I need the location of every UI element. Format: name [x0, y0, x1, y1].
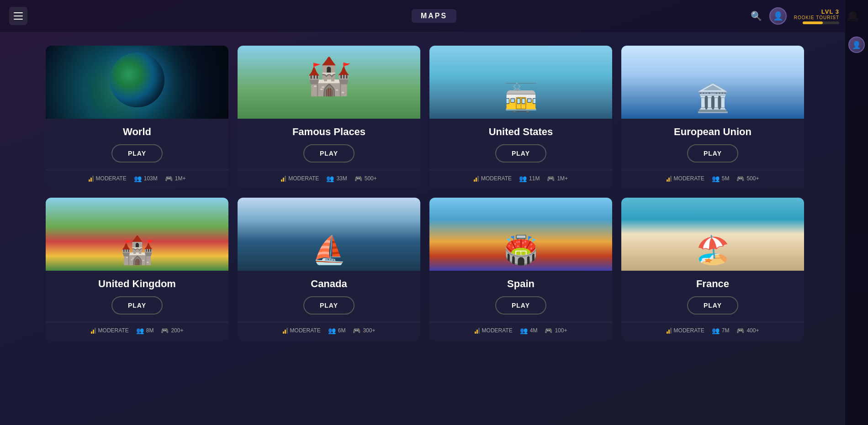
xp-bar-container	[803, 21, 839, 24]
players-count-canada: 6M	[338, 327, 346, 334]
map-card-title-famous-places: Famous Places	[245, 126, 413, 138]
header: MAPS 🔍 👤 LVL 3 ROOKIE TOURIST 🔔	[0, 0, 868, 32]
players-icon-world: 👥	[134, 175, 142, 182]
players-icon-france: 👥	[712, 327, 720, 334]
players-stat-france: 👥 7M	[712, 327, 730, 334]
play-button-world[interactable]: PLAY	[111, 144, 163, 163]
games-icon-united-kingdom: 🎮	[161, 327, 169, 334]
difficulty-stat-european-union: MODERATE	[667, 175, 704, 182]
map-card-title-world: World	[53, 126, 221, 138]
games-stat-european-union: 🎮 500+	[736, 175, 759, 182]
map-card-title-spain: Spain	[437, 278, 605, 290]
play-button-united-states[interactable]: PLAY	[495, 144, 546, 163]
map-image-famous-places	[238, 46, 420, 119]
games-icon-famous-places: 🎮	[355, 175, 362, 182]
players-stat-united-states: 👥 11M	[519, 175, 540, 182]
difficulty-label-united-states: MODERATE	[481, 175, 512, 182]
players-stat-united-kingdom: 👥 8M	[136, 327, 154, 334]
difficulty-stat-famous-places: MODERATE	[281, 175, 319, 182]
games-stat-famous-places: 🎮 500+	[355, 175, 377, 182]
difficulty-stat-france: MODERATE	[667, 327, 704, 334]
difficulty-label-united-kingdom: MODERATE	[98, 327, 129, 334]
players-stat-spain: 👥 4M	[520, 327, 538, 334]
games-stat-france: 🎮 400+	[736, 327, 759, 334]
map-image-united-states	[429, 46, 612, 119]
players-count-european-union: 5M	[722, 175, 730, 182]
map-card-footer-famous-places: MODERATE 👥 33M 🎮 500+	[238, 170, 420, 189]
games-icon-world: 🎮	[165, 175, 173, 182]
games-count-united-states: 1M+	[557, 175, 568, 182]
difficulty-stat-united-kingdom: MODERATE	[91, 327, 129, 334]
games-count-famous-places: 500+	[365, 175, 377, 182]
map-card-european-union[interactable]: European Union PLAY MODERATE 👥 5M 🎮 500+	[621, 46, 804, 189]
map-image-france	[621, 198, 804, 271]
map-image-united-kingdom	[46, 198, 228, 271]
difficulty-icon-world	[89, 175, 94, 182]
players-icon-european-union: 👥	[712, 175, 720, 182]
map-card-united-states[interactable]: United States PLAY MODERATE 👥 11M 🎮 1M+	[429, 46, 612, 189]
difficulty-icon-united-states	[474, 175, 479, 182]
map-card-footer-united-states: MODERATE 👥 11M 🎮 1M+	[429, 170, 612, 189]
play-button-spain[interactable]: PLAY	[495, 296, 546, 315]
difficulty-icon-european-union	[667, 175, 672, 182]
map-card-title-france: France	[629, 278, 797, 290]
search-icon[interactable]: 🔍	[751, 10, 762, 21]
players-icon-canada: 👥	[328, 327, 336, 334]
games-count-canada: 300+	[363, 327, 375, 334]
play-button-united-kingdom[interactable]: PLAY	[111, 296, 163, 315]
map-card-title-united-states: United States	[437, 126, 605, 138]
games-icon-spain: 🎮	[545, 327, 552, 334]
map-card-united-kingdom[interactable]: United Kingdom PLAY MODERATE 👥 8M 🎮 200+	[46, 198, 228, 341]
side-avatar[interactable]: 👤	[848, 37, 865, 53]
menu-button[interactable]	[9, 7, 27, 25]
map-card-footer-spain: MODERATE 👥 4M 🎮 100+	[429, 322, 612, 341]
play-button-canada[interactable]: PLAY	[303, 296, 355, 315]
difficulty-icon-spain	[475, 327, 480, 334]
difficulty-stat-spain: MODERATE	[475, 327, 513, 334]
games-count-european-union: 500+	[746, 175, 759, 182]
map-card-title-european-union: European Union	[629, 126, 797, 138]
rank-text: ROOKIE TOURIST	[794, 15, 839, 20]
players-icon-united-states: 👥	[519, 175, 527, 182]
map-image-canada	[238, 198, 420, 271]
map-card-title-united-kingdom: United Kingdom	[53, 278, 221, 290]
side-panel: 👤	[845, 0, 868, 425]
difficulty-label-world: MODERATE	[96, 175, 127, 182]
map-card-france[interactable]: France PLAY MODERATE 👥 7M 🎮 400+	[621, 198, 804, 341]
play-button-france[interactable]: PLAY	[687, 296, 738, 315]
map-card-world[interactable]: World PLAY MODERATE 👥 103M 🎮 1M+	[46, 46, 228, 189]
difficulty-label-france: MODERATE	[674, 327, 704, 334]
map-card-footer-united-kingdom: MODERATE 👥 8M 🎮 200+	[46, 322, 228, 341]
games-stat-world: 🎮 1M+	[165, 175, 186, 182]
map-card-canada[interactable]: Canada PLAY MODERATE 👥 6M 🎮 300+	[238, 198, 420, 341]
games-stat-canada: 🎮 300+	[353, 327, 375, 334]
map-image-spain	[429, 198, 612, 271]
difficulty-stat-canada: MODERATE	[283, 327, 321, 334]
header-right: 🔍 👤 LVL 3 ROOKIE TOURIST 🔔	[751, 7, 859, 25]
play-button-european-union[interactable]: PLAY	[687, 144, 738, 163]
players-stat-famous-places: 👥 33M	[326, 175, 347, 182]
map-card-footer-france: MODERATE 👥 7M 🎮 400+	[621, 322, 804, 341]
games-count-world: 1M+	[175, 175, 186, 182]
games-icon-france: 🎮	[736, 327, 744, 334]
difficulty-stat-united-states: MODERATE	[474, 175, 512, 182]
map-card-spain[interactable]: Spain PLAY MODERATE 👥 4M 🎮 100+	[429, 198, 612, 341]
players-count-united-states: 11M	[529, 175, 540, 182]
players-stat-european-union: 👥 5M	[712, 175, 730, 182]
games-count-spain: 100+	[555, 327, 567, 334]
games-stat-united-kingdom: 🎮 200+	[161, 327, 183, 334]
map-card-body-famous-places: Famous Places PLAY	[238, 119, 420, 170]
players-icon-spain: 👥	[520, 327, 528, 334]
difficulty-icon-famous-places	[281, 175, 286, 182]
map-card-footer-world: MODERATE 👥 103M 🎮 1M+	[46, 170, 228, 189]
level-text: LVL 3	[821, 8, 839, 15]
map-image-world	[46, 46, 228, 119]
user-avatar[interactable]: 👤	[769, 7, 787, 25]
map-image-european-union	[621, 46, 804, 119]
maps-grid: World PLAY MODERATE 👥 103M 🎮 1M+ Famous …	[46, 46, 804, 341]
games-icon-european-union: 🎮	[736, 175, 744, 182]
games-icon-canada: 🎮	[353, 327, 360, 334]
map-card-famous-places[interactable]: Famous Places PLAY MODERATE 👥 33M 🎮 500+	[238, 46, 420, 189]
play-button-famous-places[interactable]: PLAY	[303, 144, 355, 163]
games-count-france: 400+	[746, 327, 759, 334]
